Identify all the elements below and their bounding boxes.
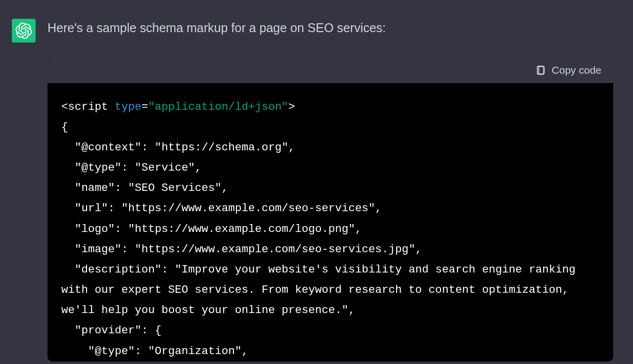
code-content[interactable]: <script type="application/ld+json"> { "@… xyxy=(47,83,613,362)
code-token: "application/ld+json" xyxy=(148,100,289,113)
copy-code-label: Copy code xyxy=(552,64,601,76)
copy-code-button[interactable]: Copy code xyxy=(535,64,601,76)
code-line: "logo": "https://www.example.com/logo.pn… xyxy=(61,223,362,235)
code-line: "name": "SEO Services", xyxy=(61,182,228,194)
code-line: "@context": "https://schema.org", xyxy=(61,141,295,154)
code-line: "provider": { xyxy=(61,324,162,337)
code-line: "description": "Improve your website's v… xyxy=(61,263,582,317)
code-line: "@type": "Organization", xyxy=(61,345,248,358)
code-block-header: Copy code xyxy=(47,57,613,83)
openai-logo-icon xyxy=(15,22,32,39)
code-line: "url": "https://www.example.com/seo-serv… xyxy=(61,202,382,215)
message-content: Here's a sample schema markup for a page… xyxy=(47,19,621,362)
clipboard-icon xyxy=(535,65,546,76)
message-intro-text: Here's a sample schema markup for a page… xyxy=(47,19,613,38)
code-token: > xyxy=(288,100,295,113)
assistant-avatar xyxy=(12,19,36,43)
code-token: = xyxy=(141,100,148,113)
code-token xyxy=(108,100,115,113)
code-line: "image": "https://www.example.com/seo-se… xyxy=(61,243,422,256)
code-token: <script xyxy=(61,100,108,113)
code-block: Copy code <script type="application/ld+j… xyxy=(47,57,613,362)
code-token: type xyxy=(115,100,141,113)
assistant-message: Here's a sample schema markup for a page… xyxy=(0,0,633,362)
code-line: { xyxy=(61,121,68,134)
code-line: "@type": "Service", xyxy=(61,161,202,174)
